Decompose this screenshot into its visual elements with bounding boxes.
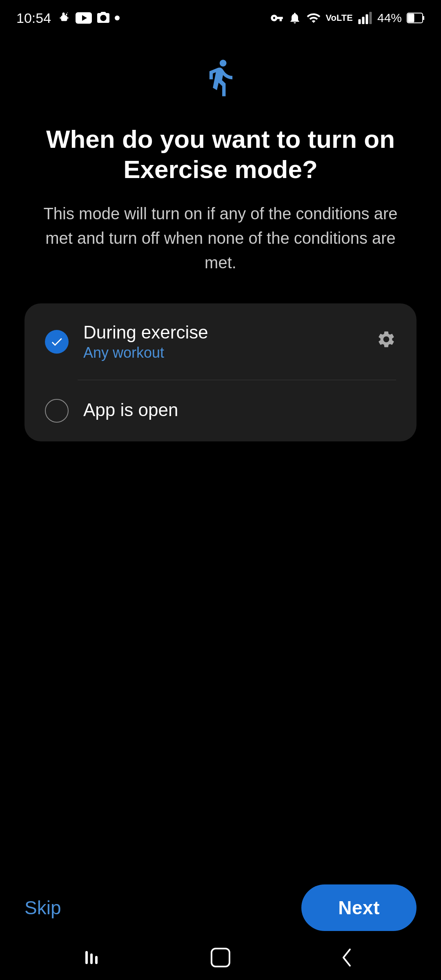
svg-rect-8 (408, 14, 414, 22)
options-card: During exercise Any workout App is open (24, 303, 416, 441)
navigation-bar (0, 935, 441, 980)
svg-rect-12 (212, 949, 229, 967)
nav-back-button[interactable] (330, 941, 362, 974)
battery-text: 44% (377, 11, 402, 25)
page-title: When do you want to turn on Exercise mod… (24, 124, 416, 185)
youtube-icon (76, 12, 92, 24)
svg-rect-5 (369, 12, 372, 24)
battery-icon (407, 13, 425, 23)
option-during-exercise-subtitle: Any workout (83, 344, 362, 361)
option-app-is-open[interactable]: App is open (24, 380, 416, 441)
main-content: When do you want to turn on Exercise mod… (0, 33, 441, 441)
radio-checked-during-exercise (45, 330, 69, 354)
camera-icon (96, 11, 111, 25)
svg-rect-3 (362, 17, 364, 24)
next-button[interactable]: Next (301, 884, 416, 931)
nav-home-button[interactable] (204, 941, 237, 974)
status-bar: 10:54 (0, 0, 441, 33)
svg-rect-11 (95, 956, 98, 964)
bottom-action-bar: Skip Next (0, 884, 441, 931)
notification-dot (115, 16, 120, 20)
status-app-icons (57, 11, 120, 25)
lte-indicator: VoLTE (326, 13, 353, 23)
option-during-exercise-title: During exercise (83, 322, 362, 343)
alarm-icon (288, 11, 301, 24)
skip-button[interactable]: Skip (24, 897, 61, 919)
option-during-exercise[interactable]: During exercise Any workout (24, 303, 416, 380)
exercise-mode-icon (200, 57, 241, 104)
svg-rect-9 (85, 951, 88, 964)
signal-bars (358, 11, 372, 25)
status-right: VoLTE 44% (270, 11, 425, 25)
page-description: This mode will turn on if any of the con… (24, 201, 416, 275)
nav-recent-button[interactable] (79, 941, 111, 974)
settings-icon-during-exercise[interactable] (376, 330, 396, 354)
svg-rect-10 (90, 953, 93, 964)
wifi-icon (306, 11, 321, 25)
key-icon (270, 11, 283, 24)
radio-unchecked-app-is-open (45, 399, 69, 423)
option-during-exercise-text: During exercise Any workout (83, 322, 362, 361)
option-app-is-open-title: App is open (83, 400, 396, 420)
svg-rect-4 (365, 14, 368, 24)
app-icon-1 (57, 11, 71, 25)
option-app-is-open-text: App is open (83, 400, 396, 422)
status-time: 10:54 (16, 10, 51, 26)
svg-rect-7 (423, 16, 424, 20)
svg-rect-2 (358, 19, 361, 24)
status-left: 10:54 (16, 10, 120, 26)
